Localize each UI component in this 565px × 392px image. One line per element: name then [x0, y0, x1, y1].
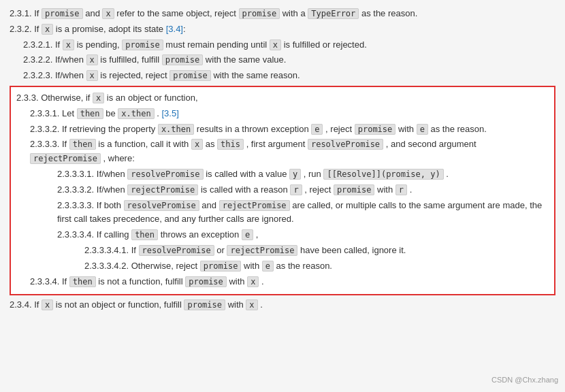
section-233342: 2.3.3.3.4.2. Otherwise, reject promise w…: [57, 259, 549, 274]
link-34[interactable]: [3.4]: [166, 24, 183, 34]
section-232: 2.3.2. If x is a promise, adopt its stat…: [10, 22, 555, 83]
section-23333: 2.3.3.3.3. If both resolvePromise and re…: [30, 199, 549, 227]
section-23334: 2.3.3.3.4. If calling then throws an exc…: [30, 228, 549, 273]
section-233-box: 2.3.3. Otherwise, if x is an object or f…: [10, 86, 555, 295]
section-233-intro: 2.3.3. Otherwise, if x is an object or f…: [16, 91, 549, 105]
section-2321: 2.3.2.1. If x is pending, promise must r…: [10, 38, 555, 52]
section-2331: 2.3.3.1. Let then be x.then . [3.5]: [16, 107, 549, 121]
section-231: 2.3.1. If promise and x refer to the sam…: [10, 7, 555, 21]
section-23331: 2.3.3.3.1. If/when resolvePromise is cal…: [30, 167, 549, 182]
section-2334: 2.3.3.4. If then is not a function, fulf…: [16, 275, 549, 289]
section-2323: 2.3.2.3. If/when x is rejected, reject p…: [10, 69, 555, 83]
section-233341: 2.3.3.3.4.1. If resolvePromise or reject…: [57, 244, 549, 258]
link-35[interactable]: [3.5]: [161, 108, 178, 118]
section-23332: 2.3.3.3.2. If/when rejectPromise is call…: [30, 183, 549, 197]
section-2333: 2.3.3.3. If then is a function, call it …: [16, 137, 549, 273]
main-content: 2.3.1. If promise and x refer to the sam…: [10, 7, 555, 312]
section-2332: 2.3.3.2. If retrieving the property x.th…: [16, 122, 549, 137]
section-2322: 2.3.2.2. If/when x is fulfilled, fulfill…: [10, 53, 555, 67]
section-234: 2.3.4. If x is not an object or function…: [10, 298, 555, 312]
s231-text: 2.3.1. If promise and x refer to the sam…: [10, 8, 417, 18]
